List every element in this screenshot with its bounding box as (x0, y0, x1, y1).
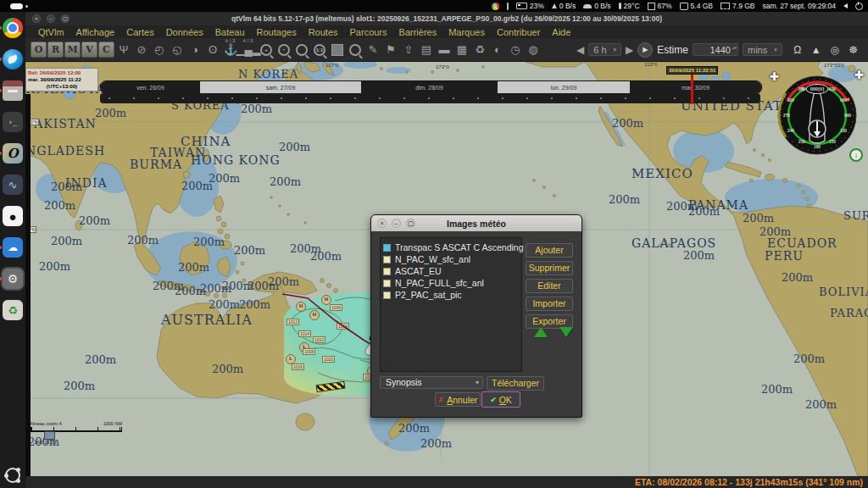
telecharger-button[interactable]: Télécharger (487, 376, 544, 391)
layer-r-button[interactable]: R (47, 42, 64, 58)
instrument-dial-icon[interactable]: ◴ (151, 40, 168, 59)
grib-strip2-icon[interactable]: ▦ (453, 40, 470, 59)
ok-button[interactable]: ✔ OK (481, 391, 520, 408)
mark-flag-icon[interactable]: ⚑ (382, 40, 399, 59)
chart-area[interactable]: HHHLLL 101210141010100810061004101610101… (25, 62, 868, 476)
timeline-day-segment[interactable]: lun. 29/09 (498, 81, 630, 93)
importer-button[interactable]: Importer (526, 297, 573, 311)
menu-item[interactable]: Contribuer (491, 27, 546, 37)
system-tray[interactable]: 23% 0 B/s 0 B/s 29°C 67% 5.4 GB 7.9 GB s… (492, 0, 863, 12)
dialog-close-button[interactable]: × (377, 219, 387, 228)
pan-control-icon[interactable]: ✚ (770, 70, 779, 83)
wind-pointer-icon[interactable]: ⇧ (400, 40, 417, 59)
download-position-icon[interactable]: ↓ (849, 148, 863, 162)
gps-antenna-icon[interactable]: Ψ (115, 40, 132, 59)
refresh-icon[interactable]: ♻ (471, 40, 488, 59)
kiwi[interactable]: ● (2, 206, 24, 228)
thunderbird[interactable] (2, 49, 24, 71)
weather-image-list-item[interactable]: ASCAT_EU (383, 265, 519, 277)
menu-item[interactable]: Bateau (209, 27, 251, 37)
window-maximize-button[interactable]: ▢ (61, 14, 70, 23)
ajouter-button[interactable]: Ajouter (526, 243, 573, 258)
window-close-button[interactable]: × (32, 14, 41, 23)
synopsis-select[interactable]: Synopsis (380, 376, 483, 389)
time-forward-button[interactable]: ▶ (626, 44, 633, 56)
trash[interactable]: ♻ (2, 300, 24, 322)
timeline-day-segment[interactable]: dim. 28/09 (361, 81, 498, 93)
editer-button[interactable]: Editer (526, 279, 573, 293)
menu-item[interactable]: Marques (442, 27, 491, 37)
supprimer-button[interactable]: Supprimer (526, 261, 573, 275)
opencpn[interactable]: O (2, 143, 24, 165)
dialog-maximize-button[interactable]: ▢ (406, 219, 415, 228)
weather-image-list-item[interactable]: Transpac S ASCAT C Ascending (383, 241, 519, 253)
layer-m-button[interactable]: M (64, 42, 81, 58)
move-down-button[interactable] (559, 327, 573, 337)
clock[interactable]: sam. 27 sept. 09:29:04 (763, 2, 836, 10)
item-color-checkbox[interactable] (383, 244, 391, 252)
timeline-day-segment[interactable]: sam. 27/09 (200, 81, 361, 93)
chrome-tray-icon[interactable] (492, 3, 499, 10)
weather-image-list-item[interactable]: N_PAC_W_sfc_anl (383, 253, 519, 265)
light-icon[interactable]: ʘ (204, 40, 221, 59)
time-back-button[interactable]: ◀ (576, 44, 584, 56)
move-up-button[interactable] (534, 327, 548, 337)
pan-control2-icon[interactable]: ✚ (854, 69, 864, 81)
input-indicator-icon[interactable] (507, 3, 509, 10)
zoom-1-1-icon[interactable]: 1:1 (311, 40, 328, 59)
sim-unit-select[interactable]: mins▾ (743, 43, 782, 56)
dialog-titlebar[interactable]: × – ▢ Images météo (371, 215, 581, 231)
menu-item[interactable]: Aide (546, 27, 576, 37)
chrome[interactable] (2, 18, 24, 40)
terminal[interactable]: ›_ (2, 112, 24, 134)
item-color-checkbox[interactable] (383, 256, 391, 263)
annuler-button[interactable]: ✗ Annuler (435, 392, 481, 407)
protractor-icon[interactable]: ◑ (186, 40, 203, 59)
zoom-in-icon[interactable]: + (258, 40, 275, 59)
zoom-area-icon[interactable] (347, 40, 364, 59)
menu-item[interactable]: Cartes (120, 27, 159, 37)
layer-v-button[interactable]: V (81, 42, 97, 58)
timer-icon[interactable]: ◍ (525, 40, 542, 59)
no-go-zone-icon[interactable]: ⊘ (133, 40, 150, 59)
timeline-day-segment[interactable]: mar. 30/09 (630, 81, 761, 93)
time-slider-track[interactable] (100, 93, 760, 103)
clock-icon[interactable]: ◷ (507, 40, 524, 59)
route-pencil-icon[interactable]: ✎ (364, 40, 381, 59)
alert-triangle-icon[interactable]: ▲ (810, 40, 822, 59)
ubuntu-logo-icon[interactable] (5, 468, 20, 483)
weather[interactable]: ☁ (2, 237, 24, 259)
menu-item[interactable]: Barrières (393, 27, 443, 37)
files[interactable] (2, 80, 24, 103)
weather-image-list-item[interactable]: N_PAC_FULL_sfc_anl (383, 277, 519, 289)
zoom-free-icon[interactable] (293, 40, 310, 59)
target-icon[interactable]: ◎ (829, 40, 841, 59)
window-titlebar[interactable]: × – ▢ qtVlm 64 bits 5.12-17-p3 (meltemus… (25, 12, 868, 25)
menu-item[interactable]: QtVlm (32, 27, 70, 37)
menu-item[interactable]: Parcours (344, 27, 393, 37)
simulation-minutes-stepper[interactable]: 1440 (693, 43, 738, 56)
ais-stats-icon[interactable]: A.I.S ▁▄▂ (240, 40, 257, 59)
bell-icon[interactable]: Ω (792, 40, 804, 59)
layer-o-button[interactable]: O (31, 42, 47, 58)
dialog-minimize-button[interactable]: – (392, 219, 401, 228)
item-color-checkbox[interactable] (383, 268, 391, 275)
weather-image-list-item[interactable]: P2_PAC_sat_pic (383, 289, 519, 301)
eraser-icon[interactable]: ▬ (436, 40, 453, 59)
window-minimize-button[interactable]: – (47, 14, 55, 23)
menu-item[interactable]: Affichage (70, 27, 121, 37)
timeline-day-segment[interactable]: ven. 26/09 (101, 81, 200, 93)
monitor[interactable]: ∿ (2, 175, 24, 197)
time-step-select[interactable]: 6 h▾ (588, 43, 621, 56)
menu-item[interactable]: Données (160, 27, 209, 37)
menu-item[interactable]: Routes (303, 27, 344, 37)
instrument-dial2-icon[interactable]: ◵ (169, 40, 186, 59)
compass-instrument[interactable]: 000(V) 030060090120150180210240270300330 (776, 75, 858, 156)
play-button[interactable]: ▶ (637, 42, 653, 58)
time-cursor[interactable] (691, 73, 693, 104)
item-color-checkbox[interactable] (383, 280, 391, 287)
weather-image-list[interactable]: Transpac S ASCAT C Ascending N_PAC_W_sfc… (380, 237, 522, 372)
layer-c-button[interactable]: C (98, 42, 114, 58)
gear-wheel-icon[interactable]: ☸ (848, 40, 860, 59)
volume-icon[interactable] (843, 3, 848, 8)
